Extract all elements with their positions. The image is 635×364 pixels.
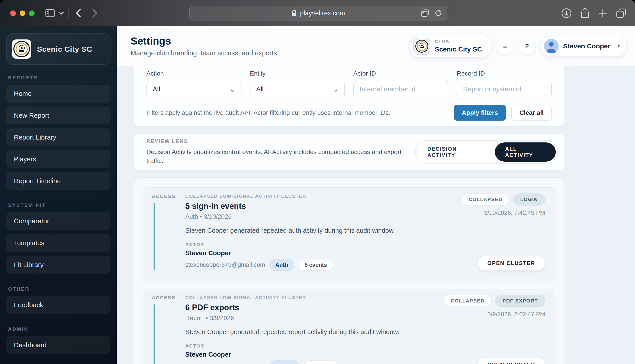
page-header: Settings Manage club branding, team acce… (117, 26, 635, 66)
tag-report: Report (269, 360, 300, 364)
type-badge: LOGIN (513, 194, 545, 206)
actor-id-label: Actor ID (353, 70, 449, 77)
browser-window: playveltrex.com (0, 0, 635, 364)
chevron-down-icon: ⌄ (333, 85, 339, 93)
cluster-timestamp: 3/9/2026, 6:02:47 PM (488, 311, 545, 318)
toggle-decision-activity[interactable]: DECISION ACTIVITY (417, 146, 495, 158)
download-icon[interactable] (561, 8, 572, 18)
apply-filters-button[interactable]: Apply filters (454, 105, 506, 120)
record-id-label: Record ID (457, 70, 552, 77)
toggle-all-activity[interactable]: ALL ACTIVITY (495, 142, 556, 162)
action-select[interactable]: All ⌄ (146, 81, 242, 98)
browser-toolbar: playveltrex.com (0, 0, 635, 26)
club-label: CLUB (435, 39, 482, 44)
club-crest-icon (12, 40, 31, 58)
sidebar-section-other: OTHER (8, 286, 110, 292)
entity-select[interactable]: All ⌄ (250, 81, 345, 98)
zoom-window-button[interactable] (29, 10, 35, 16)
action-filter-label: Action (146, 70, 242, 77)
close-window-button[interactable] (10, 10, 16, 16)
review-lens-card: REVIEW LENS Decision Activity prioritize… (134, 133, 564, 171)
tabs-icon[interactable] (616, 8, 626, 18)
sidebar-item-report-library[interactable]: Report Library (6, 128, 110, 146)
cluster-meta: Report • 3/9/2026 (185, 314, 420, 322)
cluster-kicker: COLLAPSED LOW-SIGNAL ACTIVITY CLUSTER (185, 194, 420, 199)
page-menu-icon[interactable] (421, 9, 429, 17)
actor-name: Steven Cooper (185, 351, 420, 358)
forward-icon[interactable] (92, 9, 98, 18)
sidebar-item-comparator[interactable]: Comparator (6, 212, 110, 230)
activity-list: ACCESS COLLAPSED LOW-SIGNAL ACTIVITY CLU… (134, 178, 564, 364)
review-lens-label: REVIEW LENS (146, 138, 415, 144)
open-cluster-button[interactable]: OPEN CLUSTER (478, 357, 545, 364)
toolbar-divider (68, 8, 69, 18)
access-label: ACCESS (152, 194, 185, 199)
sidebar-toggle-icon[interactable] (45, 9, 55, 17)
sidebar-section-admin: ADMIN (8, 326, 110, 332)
page-title: Settings (131, 36, 279, 46)
traffic-lights (10, 10, 35, 16)
status-badge: COLLAPSED (461, 194, 510, 206)
actor-label: ACTOR (185, 242, 420, 247)
user-name: Steven Cooper (563, 42, 610, 50)
actor-label: ACTOR (185, 343, 420, 348)
tag-auth: Auth (269, 259, 294, 271)
url-text: playveltrex.com (300, 10, 345, 17)
actor-id-input[interactable] (353, 81, 449, 98)
cluster-description: Steven Cooper generated repeated report … (185, 328, 420, 336)
scroll-region: Action All ⌄ Entity All ⌄ (134, 66, 564, 364)
minimize-window-button[interactable] (20, 10, 25, 16)
entity-filter-label: Entity (250, 70, 345, 77)
cluster-card: ACCESS COLLAPSED LOW-SIGNAL ACTIVITY CLU… (144, 187, 554, 279)
reload-icon[interactable] (434, 9, 442, 17)
clear-all-button[interactable]: Clear all (511, 105, 552, 120)
back-icon[interactable] (76, 9, 81, 18)
user-menu[interactable]: Steven Cooper ▾ (541, 36, 627, 56)
open-cluster-button[interactable]: OPEN CLUSTER (478, 256, 545, 271)
help-icon[interactable]: ? (519, 38, 535, 54)
filters-hint: Filters apply against the live audit API… (146, 109, 390, 116)
cluster-meta: Auth • 3/10/2026 (185, 213, 420, 220)
access-label: ACCESS (152, 295, 185, 301)
sidebar-item-templates[interactable]: Templates (6, 234, 110, 252)
accent-bar (154, 304, 155, 364)
page-subtitle: Manage club branding, team access, and e… (131, 49, 279, 57)
actor-email: stevencooper579@gmail.com (185, 363, 265, 364)
review-lens-toggle: DECISION ACTIVITY ALL ACTIVITY (415, 140, 558, 164)
cluster-description: Steven Cooper generated repeated auth ac… (185, 227, 420, 234)
sidebar-section-reports: REPORTS (8, 75, 110, 81)
address-bar[interactable]: playveltrex.com (189, 6, 447, 20)
tag-event-count: 5 events (298, 259, 333, 271)
sidebar-section-system-fit: SYSTEM FIT (8, 202, 110, 208)
menu-icon[interactable]: ≡ (497, 38, 513, 54)
accent-bar (154, 203, 155, 270)
sidebar-item-dashboard[interactable]: Dashboard (6, 336, 110, 354)
cluster-timestamp: 3/10/2026, 7:42:45 PM (484, 210, 545, 216)
club-name: Scenic City SC (435, 46, 482, 53)
content-area: Action All ⌄ Entity All ⌄ (117, 66, 635, 364)
chevron-down-icon: ⌄ (230, 85, 235, 93)
share-icon[interactable] (580, 8, 589, 18)
chevron-down-icon[interactable] (58, 11, 64, 15)
entity-select-value: All (256, 85, 264, 93)
sidebar-club-card[interactable]: Scenic City SC (6, 34, 110, 65)
club-switcher[interactable]: CLUB Scenic City SC (410, 34, 492, 58)
avatar (544, 39, 559, 54)
sidebar-club-name: Scenic City SC (37, 45, 92, 54)
new-tab-icon[interactable] (598, 9, 607, 18)
type-badge: PDF EXPORT (495, 295, 545, 307)
review-lens-description: Decision Activity prioritizes control ev… (146, 148, 415, 166)
filters-panel: Action All ⌄ Entity All ⌄ (134, 66, 564, 127)
chevron-down-icon: ▾ (617, 44, 620, 49)
sidebar-item-report-timeline[interactable]: Report Timeline (6, 172, 110, 190)
sidebar: Scenic City SC REPORTS Home New Report R… (0, 26, 117, 364)
sidebar-item-feedback[interactable]: Feedback (6, 296, 110, 314)
sidebar-item-fit-library[interactable]: Fit Library (6, 256, 110, 274)
sidebar-item-home[interactable]: Home (6, 85, 110, 102)
status-badge: COLLAPSED (444, 295, 492, 307)
record-id-input[interactable] (457, 81, 552, 98)
sidebar-item-new-report[interactable]: New Report (6, 106, 110, 124)
sidebar-item-players[interactable]: Players (6, 150, 110, 168)
actor-email: stevencooper579@gmail.com (185, 262, 265, 268)
cluster-title: 6 PDF exports (185, 303, 420, 312)
